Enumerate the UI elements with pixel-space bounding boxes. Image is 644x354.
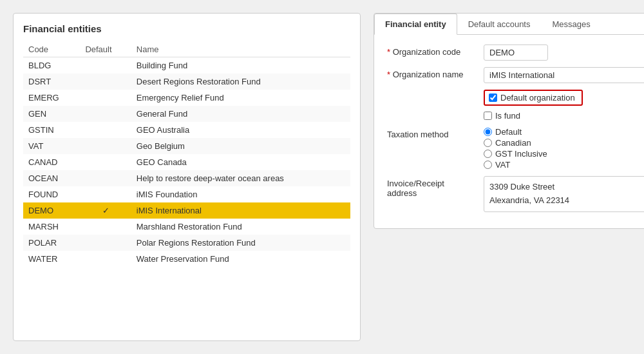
name-cell: iMIS Foundation <box>131 186 350 202</box>
col-header-code: Code <box>23 42 80 57</box>
table-row[interactable]: GENGeneral Fund <box>23 106 350 122</box>
radio-default[interactable]: Default <box>484 127 547 137</box>
name-cell: GEO Australia <box>131 122 350 138</box>
radio-vat-input[interactable] <box>484 161 492 169</box>
table-row[interactable]: WATERWater Preservation Fund <box>23 251 350 267</box>
taxation-label: Taxation method <box>387 127 484 139</box>
code-cell: MARSH <box>23 219 80 235</box>
table-row[interactable]: DSRTDesert Regions Restoration Fund <box>23 74 350 90</box>
radio-vat[interactable]: VAT <box>484 160 547 170</box>
default-cell <box>80 138 131 154</box>
table-row[interactable]: BLDGBuilding Fund <box>23 57 350 74</box>
tab-financial-entity[interactable]: Financial entity <box>374 14 457 35</box>
is-fund-row: Is fund <box>484 111 644 121</box>
panel-title: Financial entities <box>23 23 350 34</box>
name-cell: Marshland Restoration Fund <box>131 219 350 235</box>
address-row: Invoice/Receiptaddress 3309 Duke Street … <box>387 176 644 212</box>
code-cell: EMERG <box>23 90 80 106</box>
radio-canadian[interactable]: Canadian <box>484 138 547 148</box>
radio-vat-label: VAT <box>495 160 510 170</box>
default-cell <box>80 90 131 106</box>
code-cell: BLDG <box>23 57 80 74</box>
col-header-name: Name <box>131 42 350 57</box>
default-cell: ✓ <box>80 202 131 219</box>
table-row[interactable]: VATGeo Belgium <box>23 138 350 154</box>
org-name-input[interactable] <box>484 67 644 83</box>
name-cell: iMIS International <box>131 202 350 219</box>
address-box: 3309 Duke Street Alexandria, VA 22314 <box>484 176 644 212</box>
org-code-input[interactable] <box>484 44 548 61</box>
tab-default-accounts[interactable]: Default accounts <box>457 14 542 35</box>
radio-gst-label: GST Inclusive <box>495 149 547 159</box>
default-org-label: Default organization <box>500 93 575 103</box>
table-row[interactable]: EMERGEmergency Relief Fund <box>23 90 350 106</box>
code-cell: FOUND <box>23 186 80 202</box>
default-cell <box>80 186 131 202</box>
financial-entities-panel: Financial entities Code Default Name BLD… <box>13 13 361 341</box>
default-cell <box>80 219 131 235</box>
org-name-label: Organization name <box>387 67 484 79</box>
radio-canadian-input[interactable] <box>484 139 492 147</box>
default-org-checkbox-container[interactable]: Default organization <box>484 90 583 106</box>
address-line1: 3309 Duke Street <box>489 182 554 192</box>
name-cell: GEO Canada <box>131 154 350 170</box>
radio-default-label: Default <box>495 127 522 137</box>
taxation-options: Default Canadian GST Inclusive VAT <box>484 127 547 170</box>
code-cell: WATER <box>23 251 80 267</box>
table-row[interactable]: GSTINGEO Australia <box>23 122 350 138</box>
table-row[interactable]: POLARPolar Regions Restoration Fund <box>23 235 350 251</box>
code-cell: POLAR <box>23 235 80 251</box>
name-cell: General Fund <box>131 106 350 122</box>
is-fund-checkbox[interactable] <box>484 112 492 120</box>
default-cell <box>80 74 131 90</box>
name-cell: Polar Regions Restoration Fund <box>131 235 350 251</box>
default-cell <box>80 106 131 122</box>
name-cell: Help to restore deep-water ocean areas <box>131 170 350 186</box>
col-header-default: Default <box>80 42 131 57</box>
form-content: Organization code Organization name Defa… <box>374 35 644 228</box>
default-cell <box>80 154 131 170</box>
entity-table: Code Default Name BLDGBuilding FundDSRTD… <box>23 42 350 267</box>
table-row[interactable]: OCEANHelp to restore deep-water ocean ar… <box>23 170 350 186</box>
default-cell <box>80 235 131 251</box>
table-row[interactable]: MARSHMarshland Restoration Fund <box>23 219 350 235</box>
org-code-row: Organization code <box>387 44 644 61</box>
tab-bar: Financial entity Default accounts Messag… <box>374 14 644 35</box>
code-cell: DSRT <box>23 74 80 90</box>
table-row[interactable]: CANADGEO Canada <box>23 154 350 170</box>
code-cell: OCEAN <box>23 170 80 186</box>
address-label: Invoice/Receiptaddress <box>387 176 484 198</box>
default-cell <box>80 170 131 186</box>
code-cell: CANAD <box>23 154 80 170</box>
code-cell: DEMO <box>23 202 80 219</box>
default-org-checkbox[interactable] <box>489 93 497 102</box>
taxation-row: Taxation method Default Canadian GST Inc… <box>387 127 644 170</box>
code-cell: GSTIN <box>23 122 80 138</box>
default-cell <box>80 251 131 267</box>
name-cell: Emergency Relief Fund <box>131 90 350 106</box>
radio-default-input[interactable] <box>484 128 492 136</box>
tab-messages[interactable]: Messages <box>541 14 601 35</box>
table-row[interactable]: DEMO✓iMIS International <box>23 202 350 219</box>
name-cell: Building Fund <box>131 57 350 74</box>
name-cell: Geo Belgium <box>131 138 350 154</box>
radio-canadian-label: Canadian <box>495 138 531 148</box>
address-line2: Alexandria, VA 22314 <box>489 195 569 205</box>
default-cell <box>80 57 131 74</box>
detail-panel: Financial entity Default accounts Messag… <box>374 13 644 229</box>
radio-gst-inclusive[interactable]: GST Inclusive <box>484 149 547 159</box>
default-org-row: Default organization <box>484 90 644 106</box>
radio-gst-input[interactable] <box>484 150 492 158</box>
name-cell: Desert Regions Restoration Fund <box>131 74 350 90</box>
default-cell <box>80 122 131 138</box>
code-cell: GEN <box>23 106 80 122</box>
org-name-row: Organization name <box>387 67 644 83</box>
org-code-label: Organization code <box>387 44 484 57</box>
name-cell: Water Preservation Fund <box>131 251 350 267</box>
code-cell: VAT <box>23 138 80 154</box>
is-fund-label: Is fund <box>495 111 520 121</box>
table-row[interactable]: FOUNDiMIS Foundation <box>23 186 350 202</box>
